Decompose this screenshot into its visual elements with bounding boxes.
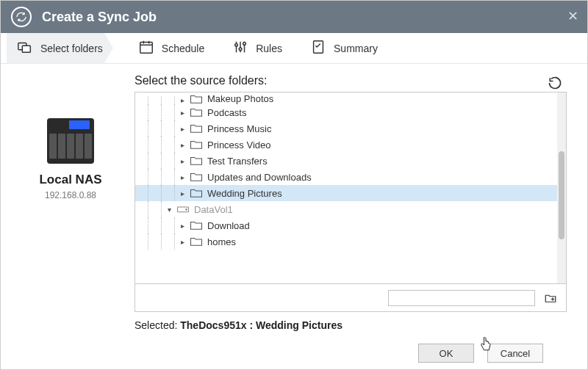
expander-icon[interactable]: ▾ <box>165 206 173 214</box>
dialog-footer: OK Cancel <box>1 337 587 369</box>
folder-tree[interactable]: ▸Makeup Photos▸Podcasts▸Princess Music▸P… <box>135 92 567 284</box>
folder-icon <box>190 139 203 150</box>
step-summary[interactable]: Summary <box>307 33 381 64</box>
tree-row[interactable]: ▸Test Transfers <box>135 153 557 169</box>
tree-scrollbar[interactable] <box>557 92 566 283</box>
tree-row-label: homes <box>207 236 236 247</box>
device-panel: Local NAS 192.168.0.88 <box>15 74 126 331</box>
device-ip: 192.168.0.88 <box>45 190 96 200</box>
folder-icon <box>190 156 203 166</box>
source-panel: Select the source folders: ▸Makeup Photo… <box>135 74 567 331</box>
expander-icon[interactable]: ▸ <box>178 157 187 165</box>
close-icon[interactable]: ✕ <box>567 8 578 24</box>
tree-row[interactable]: ▸Podcasts <box>135 104 557 120</box>
tree-row-label: DataVol1 <box>194 204 233 215</box>
new-folder-button[interactable] <box>542 290 559 306</box>
tree-row-label: Updates and Downloads <box>207 172 312 183</box>
folders-icon <box>17 39 33 57</box>
path-input[interactable] <box>388 290 535 306</box>
tree-row[interactable]: ▾DataVol1 <box>135 201 557 217</box>
expander-icon[interactable]: ▸ <box>178 141 187 149</box>
ok-button[interactable]: OK <box>418 344 474 363</box>
refresh-button[interactable] <box>546 74 564 92</box>
svg-point-14 <box>186 209 187 211</box>
tree-row[interactable]: ▸homes <box>135 233 557 250</box>
nas-device-icon <box>47 118 94 164</box>
tree-row-label: Wedding Pictures <box>207 188 282 199</box>
tree-row-label: Princess Music <box>207 123 271 134</box>
title-bar: Create a Sync Job ✕ <box>1 1 587 33</box>
folder-icon <box>190 188 203 198</box>
svg-rect-2 <box>140 43 153 54</box>
folder-icon <box>190 220 203 231</box>
tree-row[interactable]: ▸Makeup Photos <box>135 95 557 104</box>
source-folders-label: Select the source folders: <box>135 74 268 87</box>
step-label: Rules <box>256 43 282 54</box>
step-schedule[interactable]: Schedule <box>135 33 207 64</box>
tree-row-label: Princess Video <box>207 139 270 150</box>
sliders-icon <box>232 39 248 57</box>
step-select-folders[interactable]: Select folders <box>7 33 113 64</box>
path-bar <box>135 284 567 312</box>
selected-prefix: Selected: <box>135 319 180 331</box>
expander-icon[interactable]: ▸ <box>178 189 187 197</box>
tree-row[interactable]: ▸Wedding Pictures <box>135 185 557 201</box>
document-check-icon <box>310 39 326 57</box>
calendar-icon <box>138 39 154 57</box>
drive-icon <box>176 204 190 214</box>
svg-point-9 <box>235 43 238 46</box>
cancel-button[interactable]: Cancel <box>487 344 543 363</box>
tree-row-label: Makeup Photos <box>207 95 273 104</box>
expander-icon[interactable]: ▸ <box>178 96 187 104</box>
tree-row-label: Test Transfers <box>207 156 268 167</box>
selected-summary: Selected: TheDocs951x : Wedding Pictures <box>135 319 567 331</box>
folder-icon <box>190 95 203 104</box>
tree-row[interactable]: ▸Download <box>135 217 557 233</box>
tree-row[interactable]: ▸Updates and Downloads <box>135 169 557 185</box>
folder-icon <box>190 123 203 134</box>
tree-row-label: Podcasts <box>207 107 246 118</box>
dialog-body: Local NAS 192.168.0.88 Select the source… <box>1 64 587 337</box>
folder-icon <box>190 107 203 117</box>
svg-point-11 <box>243 43 246 46</box>
svg-rect-1 <box>22 46 30 52</box>
selected-value: TheDocs951x : Wedding Pictures <box>180 319 343 331</box>
expander-icon[interactable]: ▸ <box>178 173 187 181</box>
tree-row-label: Download <box>207 220 250 231</box>
step-label: Schedule <box>162 43 204 54</box>
tree-row[interactable]: ▸Princess Music <box>135 120 557 137</box>
step-label: Summary <box>334 43 378 54</box>
folder-icon <box>190 172 203 182</box>
step-label: Select folders <box>40 43 103 54</box>
expander-icon[interactable]: ▸ <box>178 109 187 117</box>
expander-icon[interactable]: ▸ <box>178 125 187 133</box>
svg-rect-12 <box>314 41 323 54</box>
sync-job-dialog: Create a Sync Job ✕ Select folders Sched… <box>0 0 588 370</box>
sync-logo-icon <box>11 7 32 27</box>
window-title: Create a Sync Job <box>42 10 157 25</box>
expander-icon[interactable]: ▸ <box>178 222 187 230</box>
svg-point-10 <box>239 48 242 51</box>
expander-icon[interactable]: ▸ <box>178 238 187 246</box>
folder-icon <box>190 236 203 247</box>
wizard-steps: Select folders Schedule Rules Summary <box>1 33 587 64</box>
device-name: Local NAS <box>39 173 101 187</box>
tree-row[interactable]: ▸Princess Video <box>135 137 557 153</box>
step-rules[interactable]: Rules <box>229 33 285 64</box>
